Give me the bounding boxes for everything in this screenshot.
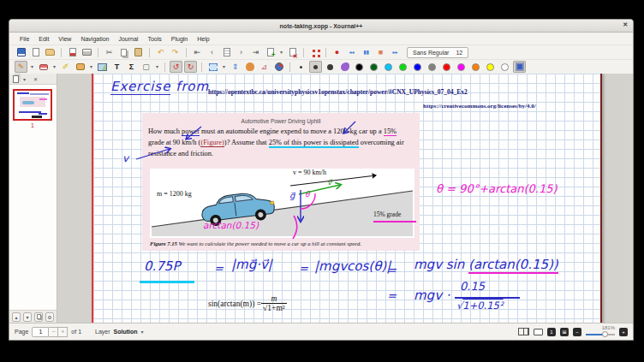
color-orange[interactable] [469, 61, 482, 73]
rewind-button[interactable]: ◂◂ [345, 46, 358, 58]
fullscreen-button[interactable] [308, 46, 321, 58]
dual-page-view-button[interactable] [518, 328, 529, 335]
redo-button[interactable]: ↷ [169, 46, 182, 58]
presentation-mode-button[interactable] [534, 329, 543, 335]
sidebar-settings-button[interactable]: ⚙ [45, 312, 54, 322]
zoom-out-button[interactable]: − [573, 328, 581, 336]
document-canvas[interactable]: Exercise from https://opentextbc.ca/univ… [57, 74, 633, 323]
math-lhs: 0.75P [144, 258, 180, 274]
previous-page-button[interactable]: ‹ [206, 46, 218, 58]
goto-page-button[interactable] [220, 46, 233, 58]
pause-button[interactable]: ▮▮ [360, 46, 373, 58]
menu-help[interactable]: Help [197, 36, 209, 42]
zoom-fit-button[interactable]: ⊞ [560, 328, 569, 336]
snap-grid-toggle[interactable]: ↻ [184, 61, 197, 73]
thickness-fine-button[interactable] [295, 61, 307, 73]
print-button[interactable] [80, 46, 93, 58]
fill-toggle-button[interactable] [338, 61, 351, 73]
select-rect-button[interactable] [206, 61, 219, 73]
color-black[interactable] [353, 61, 366, 73]
color-darkgreen[interactable] [367, 61, 380, 73]
page-decrement-button[interactable]: − [49, 327, 58, 337]
vertical-space-button[interactable]: ⇕ [229, 61, 242, 73]
zoom-100-button[interactable]: 1 [547, 328, 556, 336]
eraser-dropdown[interactable]: ▾ [51, 61, 57, 73]
stop-button[interactable]: ■ [374, 46, 387, 58]
sidebar-dropdown-icon[interactable]: ▾ [23, 76, 29, 82]
save-button[interactable] [15, 46, 27, 58]
forward-button[interactable]: ▸▸ [389, 46, 402, 58]
close-icon[interactable]: ✕ [623, 21, 628, 28]
menu-tools[interactable]: Tools [147, 36, 161, 42]
menu-navigation[interactable]: Navigation [80, 36, 109, 42]
sidebar-up-button[interactable]: ▴ [12, 312, 21, 322]
new-file-button[interactable] [29, 46, 42, 58]
last-page-button[interactable]: ⇥ [249, 46, 262, 58]
zoom-in-button[interactable]: + [619, 328, 628, 336]
export-pdf-button[interactable] [66, 46, 79, 58]
color-green[interactable] [397, 61, 409, 73]
sidebar-duplicate-button[interactable] [34, 312, 43, 322]
menu-plugin[interactable]: Plugin [171, 36, 188, 42]
undo-button[interactable]: ↶ [154, 46, 167, 58]
menu-view[interactable]: View [58, 36, 71, 42]
new-page-button[interactable]: + [264, 46, 277, 58]
layer-dropdown-icon[interactable]: ▾ [141, 329, 147, 335]
snap-rotation-toggle[interactable]: ↺ [170, 61, 182, 73]
insert-image-button[interactable] [96, 61, 109, 73]
pen-tool-button[interactable]: ✎ [15, 61, 27, 73]
title-bar[interactable]: note-taking.xopp - Xournal++ ✕ [9, 20, 633, 33]
page-increment-button[interactable]: + [58, 327, 68, 337]
zoom-slider[interactable] [586, 331, 615, 338]
copy-button[interactable] [117, 46, 130, 58]
next-page-button[interactable]: › [235, 46, 247, 58]
sidebar-close-icon[interactable]: ✕ [33, 76, 38, 82]
page-thumbnail[interactable] [13, 89, 52, 121]
sigma-icon: Σ [129, 63, 134, 71]
menu-file[interactable]: File [20, 36, 29, 42]
color-white[interactable] [498, 61, 511, 73]
font-button[interactable]: Sans Regular 12 [407, 47, 468, 58]
thickness-medium-button[interactable] [309, 61, 322, 73]
cut-icon: ✂ [106, 49, 113, 56]
shape-tool-button[interactable]: ▢ [140, 61, 152, 73]
color-gray[interactable] [426, 61, 438, 73]
new-page-dropdown[interactable]: ▾ [278, 46, 284, 58]
color-red[interactable] [440, 61, 453, 73]
open-button[interactable] [44, 46, 57, 58]
mass-label: m = 1200 kg [157, 190, 192, 198]
text-tool-button[interactable]: T [110, 61, 123, 73]
highlighter-tool-button[interactable]: ✐ [59, 61, 72, 73]
select-rect-dropdown[interactable]: ▾ [221, 61, 227, 73]
record-button[interactable]: ● [331, 46, 343, 58]
notebook-page[interactable]: Exercise from https://opentextbc.ca/univ… [92, 74, 602, 323]
sidebar-preview: ▾ ✕ 1 ▴ ▾ ⚙ [9, 74, 57, 323]
draw-line-button[interactable]: ⊿ [258, 61, 271, 73]
pie-tool-button[interactable] [272, 61, 285, 73]
sidebar-down-button[interactable]: ▾ [23, 312, 32, 322]
select-object-dropdown[interactable]: ▾ [88, 61, 94, 73]
color-magenta[interactable] [455, 61, 468, 73]
menu-edit[interactable]: Edit [39, 36, 49, 42]
toolbar-tools: ✎ ▾ ▾ ✐ ▾ T Σ ▢ ▾ ↺ ↻ ▾ ⇕ ⊿ [9, 59, 633, 74]
layer-value[interactable]: Solution [114, 329, 138, 335]
color-chooser-button[interactable] [513, 61, 526, 73]
zoom-slider-knob[interactable] [602, 331, 608, 337]
thickness-thick-button[interactable] [324, 61, 337, 73]
color-blue[interactable] [411, 61, 424, 73]
hand-tool-button[interactable] [243, 61, 256, 73]
delete-page-button[interactable]: ✕ [286, 46, 299, 58]
figure-link[interactable]: (Figure) [200, 139, 224, 147]
cut-button[interactable]: ✂ [103, 46, 116, 58]
math-tex-button[interactable]: Σ [125, 61, 138, 73]
page-number-input[interactable]: 1 [32, 327, 49, 337]
paste-button[interactable] [132, 46, 145, 58]
color-yellow[interactable] [484, 61, 497, 73]
pen-dropdown[interactable]: ▾ [29, 61, 35, 73]
color-lightblue[interactable] [382, 61, 395, 73]
shape-dropdown[interactable]: ▾ [154, 61, 160, 73]
eraser-tool-button[interactable] [37, 61, 50, 73]
first-page-button[interactable]: ⇤ [191, 46, 204, 58]
select-object-button[interactable] [74, 61, 86, 73]
menu-journal[interactable]: Journal [118, 36, 138, 42]
